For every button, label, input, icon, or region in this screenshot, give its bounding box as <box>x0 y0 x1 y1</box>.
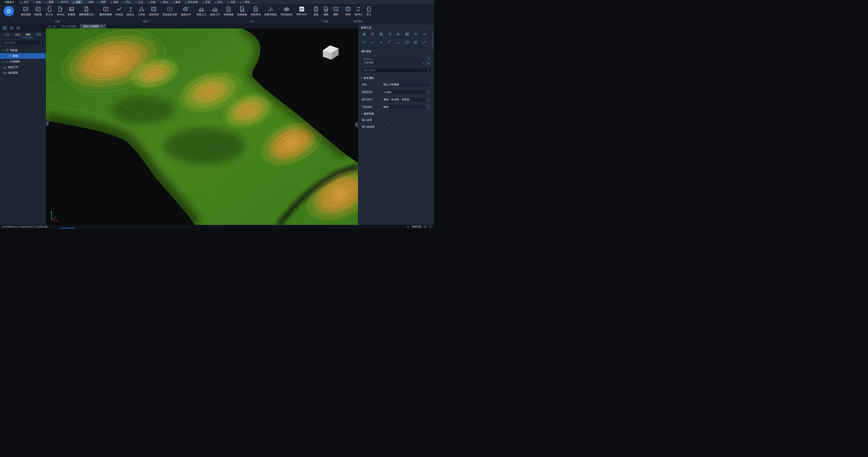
tab-views[interactable]: 视图 <box>12 32 23 38</box>
tree-item-terrain-model-file[interactable]: 地模文件 <box>0 64 46 70</box>
tree-item-natural-section[interactable]: ▸ 自然横断 <box>0 59 46 64</box>
show-clip-box-checkbox[interactable] <box>386 125 389 128</box>
array-icon[interactable] <box>404 31 410 37</box>
detail-level-select[interactable]: 精细 ▾ <box>381 104 431 110</box>
bimtwins-button[interactable]: BIMTwins <box>294 5 309 16</box>
menu-item-interchange[interactable]: 立交 <box>133 0 145 4</box>
more-options-icon[interactable]: ··· <box>428 26 431 29</box>
elevation-query-button[interactable]: 高程查询 <box>249 5 262 16</box>
cross-section-file-button[interactable]: 横断测量文件 <box>77 5 96 16</box>
add-terrain-boundary-button[interactable]: 添加地形边界 <box>160 5 179 16</box>
rect-select-icon[interactable] <box>404 39 410 45</box>
menu-item-profile[interactable]: 纵断 <box>96 0 108 4</box>
delete-image-button[interactable]: 删除影像图 <box>98 5 114 16</box>
terrain-render[interactable] <box>46 28 358 225</box>
dig-hole-button[interactable]: 挖洞 <box>343 5 353 16</box>
expander-down-icon[interactable]: ▾ <box>1 49 4 52</box>
menu-item-plot[interactable]: 出图 <box>225 0 237 4</box>
mirror-icon[interactable] <box>396 31 401 37</box>
zoom-fit-label[interactable]: 缩放匹配 <box>412 225 421 228</box>
menu-item-component-lib[interactable]: 构件库 <box>56 0 71 4</box>
node-edit-icon[interactable] <box>370 39 375 45</box>
tree-item-terrain-group[interactable]: ▾ 地形图 <box>0 48 46 53</box>
menu-item-view[interactable]: 视图 <box>43 0 56 4</box>
menu-item-bridge-culvert[interactable]: 桥涵 <box>158 0 170 4</box>
chevron-down-icon[interactable]: ▾ <box>427 104 431 110</box>
name-field[interactable]: 默认三维视图 <box>381 82 431 88</box>
collapse-left-panel-handle[interactable]: ◀ <box>46 120 49 126</box>
section-basic-properties[interactable]: ▾ 基本属性 <box>358 75 434 81</box>
triangle-button[interactable]: 三角形 <box>136 5 147 16</box>
menu-item-route[interactable]: 路线 <box>83 0 96 4</box>
create-geology-button[interactable]: 创建 <box>311 5 321 16</box>
terrain-map-button[interactable]: 地形图 <box>33 5 43 16</box>
layout-split-button[interactable] <box>9 25 14 30</box>
extend-icon[interactable] <box>421 31 427 37</box>
selection-box-icon[interactable] <box>429 225 432 228</box>
chevron-down-icon[interactable]: ▾ <box>423 62 424 64</box>
fillet-icon[interactable] <box>387 39 393 45</box>
tab-default-plan-view[interactable]: 默认平面视图 <box>58 24 80 28</box>
import-txt-button[interactable]: 导入txt <box>43 5 55 16</box>
terrain-earthwork-button[interactable]: 地形土方 <box>195 5 208 16</box>
close-tab-icon[interactable]: × <box>101 25 102 28</box>
menu-item-draw[interactable]: 绘制 <box>31 0 43 4</box>
add-view-button[interactable]: + <box>426 56 431 61</box>
copy-icon[interactable] <box>379 31 384 37</box>
import-oblique-button[interactable]: 导入 <box>364 5 374 16</box>
collapse-right-panel-handle[interactable]: ▶ <box>355 122 358 128</box>
view-scale-select[interactable]: 1:1000 ▾ <box>381 90 431 95</box>
view-name-combo[interactable]: 视图名称 三维视图 ▾ <box>361 56 426 66</box>
layout-quad-button[interactable] <box>16 25 21 30</box>
menu-item-at-grade[interactable]: 平交 <box>121 0 133 4</box>
tab-default-3d-view[interactable]: 默认三维视图 × <box>80 24 106 28</box>
logo-dropdown-icon[interactable]: ▾ <box>13 19 14 21</box>
home-view-icon[interactable] <box>321 43 341 60</box>
expander-right-icon[interactable]: ▸ <box>1 60 4 63</box>
rotate-icon[interactable] <box>387 31 393 37</box>
menu-item-annotation[interactable]: 标注 <box>213 0 225 4</box>
viewport-split-icon[interactable] <box>48 25 51 28</box>
menu-item-tunnel[interactable]: 隧道 <box>170 0 183 4</box>
scale-icon[interactable] <box>413 39 418 45</box>
chevron-down-icon[interactable]: ▾ <box>427 97 431 102</box>
viewport-maximize-icon[interactable] <box>53 25 56 28</box>
app-logo-button[interactable] <box>4 6 14 16</box>
chevron-down-icon[interactable]: ▾ <box>427 90 431 95</box>
left-search-input[interactable] <box>2 40 44 45</box>
contour-label-button[interactable]: 等高线标注 <box>278 5 294 16</box>
edit-geology-button[interactable]: 编辑 <box>321 5 331 16</box>
delete-geology-button[interactable]: 删除 <box>331 5 341 16</box>
menu-item-integration[interactable]: 一体化 <box>237 0 252 4</box>
zoom-fit-icon[interactable] <box>407 225 410 228</box>
view-list-button[interactable]: ≡ <box>426 61 431 66</box>
menu-item-subgrade[interactable]: 路基 <box>145 0 158 4</box>
spline-icon[interactable] <box>421 39 427 45</box>
tab-config[interactable]: 配置 <box>34 32 44 38</box>
menu-item-signs-markings[interactable]: 标志标线 <box>183 0 200 4</box>
display-mode-select[interactable]: 着色：有光照，有材质 ▾ <box>381 97 431 102</box>
elevation-check-button[interactable]: 高程检查 <box>222 5 235 16</box>
arc-icon[interactable] <box>396 39 401 45</box>
export-txt-button[interactable]: 导出txt <box>55 5 66 16</box>
tree-item-oblique-photo[interactable]: 倾斜摄影 <box>0 70 46 76</box>
move-icon[interactable] <box>370 31 375 37</box>
place-on-terrain-button[interactable]: 放置到地形 <box>262 5 278 16</box>
grid-snap-icon[interactable] <box>424 225 427 228</box>
elevation-edit-button[interactable]: 高程修改 <box>235 5 249 16</box>
offset-icon[interactable] <box>362 39 367 45</box>
online-basemap-button[interactable]: 联机底图 <box>19 5 33 16</box>
viewport-clip-checkbox[interactable] <box>386 118 389 122</box>
tab-data[interactable]: 资料 <box>23 32 34 38</box>
menu-item-terrain[interactable]: 地形 <box>71 0 83 4</box>
trim-icon[interactable] <box>413 31 418 37</box>
road-earthwork-button[interactable]: 道路土方 <box>208 5 222 16</box>
image-map-button[interactable]: 影像图 <box>66 5 77 16</box>
menu-item-road[interactable]: 道路 <box>108 0 121 4</box>
terrain-hole-button[interactable]: 地形挖洞 <box>147 5 160 16</box>
feature-line-button[interactable]: 特征线 <box>114 5 125 16</box>
surface-merge-button[interactable]: 曲面合并 <box>179 5 193 16</box>
delete-icon[interactable] <box>362 31 367 37</box>
tab-project[interactable]: 工程 <box>1 32 12 38</box>
axis-gizmo[interactable] <box>48 210 59 222</box>
